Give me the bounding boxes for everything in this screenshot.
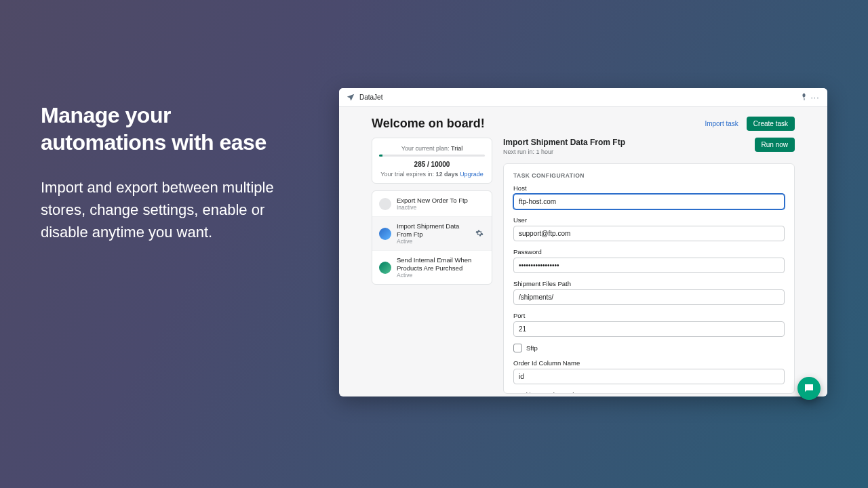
path-label: Shipment Files Path [513,280,785,287]
plan-label: Your current plan: [401,145,450,152]
chat-icon [803,382,815,394]
main-header: Welcome on board! Import task Create tas… [339,107,827,138]
detail-title: Import Shipment Data From Ftp [503,138,755,147]
password-input[interactable] [513,258,785,273]
marketing-headline: Manage your automations with ease [41,102,298,156]
task-icon [379,198,391,210]
plan-name: Trial [451,145,462,152]
task-title: Export New Order To Ftp [397,197,485,204]
task-item-export-order[interactable]: Export New Order To Ftp Inactive [372,191,492,217]
task-item-send-email[interactable]: Send Internal Email When Products Are Pu… [372,251,492,284]
page-title: Welcome on board! [372,117,705,131]
task-item-import-shipment[interactable]: Import Shipment Data From Ftp Active [372,217,492,251]
port-input[interactable] [513,321,785,337]
next-run-text: Next run in: 1 hour [503,148,755,155]
marketing-body: Import and export between multiple store… [41,176,298,243]
task-title: Import Shipment Data From Ftp [397,222,470,238]
marketing-copy: Manage your automations with ease Import… [41,102,298,243]
upgrade-link[interactable]: Upgrade [460,171,484,178]
host-input[interactable] [513,194,785,209]
password-label: Password [513,248,785,256]
task-title: Send Internal Email When Products Are Pu… [397,256,485,272]
task-status: Inactive [397,204,485,211]
brand-name: DataJet [359,94,382,101]
orderid-input[interactable] [513,369,785,384]
detail-header: Import Shipment Data From Ftp Next run i… [503,138,795,155]
tracking-label: Tracking Number Column Name [513,391,785,394]
create-task-button[interactable]: Create task [747,117,795,131]
task-icon [379,228,391,240]
plan-expiry-days: 12 days [436,171,458,178]
app-bar: DataJet ··· [339,88,827,107]
sftp-checkbox[interactable] [513,344,522,352]
task-icon [379,262,391,274]
run-now-button[interactable]: Run now [755,138,795,152]
plan-counts: 285 / 10000 [379,161,485,168]
config-card: TASK CONFIGURATION Host User Password [503,163,795,394]
port-label: Port [513,312,785,319]
user-label: User [513,216,785,224]
user-input[interactable] [513,226,785,241]
import-task-link[interactable]: Import task [705,120,738,127]
task-status: Active [397,238,470,245]
plan-progress [379,155,485,157]
sftp-checkbox-row[interactable]: Sftp [513,344,785,352]
chat-button[interactable] [797,377,821,400]
task-list: Export New Order To Ftp Inactive Import … [372,190,492,285]
sftp-label: Sftp [526,344,538,352]
plan-card: Your current plan: Trial 285 / 10000 You… [372,138,492,184]
pin-icon[interactable] [799,93,810,102]
orderid-label: Order Id Column Name [513,359,785,367]
plan-expiry-prefix: Your trial expires in: [380,171,434,178]
task-status: Active [397,272,485,279]
brand-icon [346,93,355,102]
gear-icon[interactable] [475,229,485,239]
host-label: Host [513,184,785,192]
config-section-title: TASK CONFIGURATION [513,172,785,179]
app-window: DataJet ··· Welcome on board! Import tas… [339,88,827,396]
path-input[interactable] [513,289,785,305]
more-icon[interactable]: ··· [810,93,821,102]
